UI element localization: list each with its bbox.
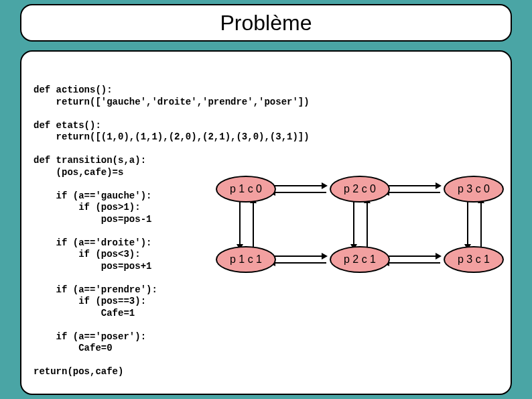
title-container: Problème	[20, 4, 512, 42]
state-node-p2c0: p 2 c 0	[330, 176, 390, 203]
node-label: p 1 c 1	[230, 253, 262, 266]
slide-title: Problème	[220, 11, 312, 36]
state-node-p1c1: p 1 c 1	[216, 246, 276, 273]
content-container: def actions(): return(['gauche','droite'…	[20, 50, 512, 395]
node-label: p 2 c 0	[344, 182, 376, 196]
state-node-p3c1: p 3 c 1	[444, 246, 504, 273]
state-node-p3c0: p 3 c 0	[444, 176, 504, 203]
state-diagram: p 1 c 0 p 2 c 0 p 3 c 0 p 1 c 1 p 2 c 1 …	[216, 176, 504, 296]
state-node-p2c1: p 2 c 1	[330, 246, 390, 273]
node-label: p 3 c 1	[458, 253, 490, 266]
state-node-p1c0: p 1 c 0	[216, 176, 276, 203]
node-label: p 3 c 0	[458, 182, 490, 196]
node-label: p 2 c 1	[344, 253, 376, 266]
node-label: p 1 c 0	[230, 182, 262, 196]
